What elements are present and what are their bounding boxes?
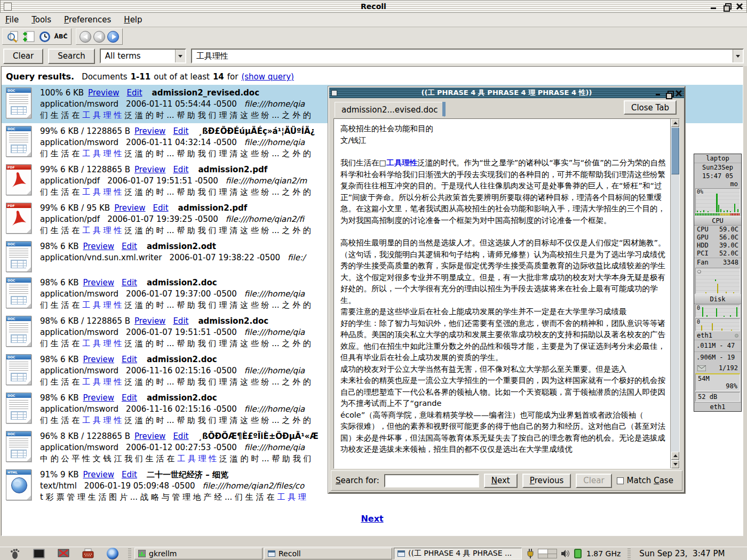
gkrellm-date: Sun23Sep [694, 163, 741, 172]
match-case-label: Match Case [627, 476, 673, 485]
result-line1: 99% 6 KB / 1228865 BPreviewEdit¸ßÐ£ÕÐÉúµ… [40, 126, 315, 137]
advanced-search-icon[interactable] [6, 30, 20, 44]
volume-meter[interactable]: 52 dB [695, 392, 740, 402]
result-details: 98% 6 KBPreviewEditadmission2.odtapplica… [40, 240, 305, 273]
edit-link[interactable]: Edit [173, 316, 188, 326]
edit-link[interactable]: Edit [122, 278, 137, 287]
edit-link[interactable]: Edit [122, 355, 137, 364]
preview-tab[interactable]: admission2...evised.doc [335, 102, 444, 117]
menu-help[interactable]: Help [124, 15, 142, 25]
panel-handle[interactable] [128, 548, 131, 559]
preview-link[interactable]: Preview [83, 355, 114, 364]
disk-write-chart[interactable]: 0 [695, 318, 740, 331]
main-titlebar[interactable]: Recoll [0, 0, 747, 13]
firefox-icon[interactable] [106, 548, 119, 560]
minimize-icon[interactable] [710, 3, 718, 10]
chevron-down-icon[interactable] [175, 50, 185, 62]
edit-link[interactable]: Edit [122, 393, 137, 403]
preview-text[interactable]: 高校招生的社会功能和目的 文/钱江我们生活在□工具理性泛滥的时代。作为“世之显学… [340, 123, 666, 466]
scroll-up-icon[interactable] [671, 452, 679, 460]
result-filename: 二十一世纪经济 – 细览 [147, 470, 228, 479]
preview-link[interactable]: Preview [134, 316, 165, 326]
clear-button[interactable]: Clear [3, 49, 43, 64]
search-input[interactable]: 工具理性 [191, 49, 744, 63]
preview-document-area: 高校招生的社会功能和目的 文/钱江我们生活在□工具理性泛滥的时代。作为“世之显学… [333, 118, 680, 469]
scroll-down-icon[interactable] [671, 460, 679, 468]
term-explorer-icon[interactable]: ÅBĈ [54, 30, 68, 44]
match-case-checkbox[interactable] [617, 477, 624, 484]
find-previous-button[interactable]: Previous [522, 474, 571, 488]
close-icon[interactable] [676, 90, 682, 97]
preview-titlebar[interactable]: ((工 PHRASE 4 具 PHRASE 4 理 PHRASE 4 性)) [329, 87, 684, 98]
power-plug-icon[interactable] [527, 548, 534, 559]
preview-link[interactable]: Preview [114, 203, 145, 213]
next-page-icon[interactable] [107, 31, 119, 43]
next-results-link[interactable]: Next [361, 514, 383, 524]
menu-file[interactable]: File [5, 15, 19, 25]
scrollbar[interactable] [670, 119, 679, 468]
task-recoll[interactable]: Recoll [264, 548, 392, 559]
find-input[interactable] [384, 474, 479, 487]
result-date: 2006-01-07 19:39:25 -0500 [107, 214, 218, 224]
preview-link[interactable]: Preview [83, 278, 114, 287]
disk-read-chart[interactable]: 0 [695, 305, 740, 317]
close-icon[interactable] [736, 3, 743, 10]
gkrellm-hostname: laptop [694, 154, 741, 163]
snippet-segment: 中 的 公 平 性 文 钱 江 我 们 生 活 在 [40, 454, 177, 463]
workspace-switcher[interactable] [538, 549, 557, 558]
task-gkrellm[interactable]: gkrellm [134, 548, 263, 559]
find-next-button[interactable]: Next [484, 474, 518, 488]
edit-link[interactable]: Edit [173, 165, 188, 174]
cpu-freq-icon[interactable] [574, 549, 582, 558]
preview-link[interactable]: Preview [134, 431, 165, 441]
edit-link[interactable]: Edit [126, 88, 142, 98]
menu-tools[interactable]: Tools [31, 15, 51, 25]
preview-link[interactable]: Preview [83, 470, 114, 479]
edit-link[interactable]: Edit [122, 242, 137, 251]
sort-parameters-icon[interactable] [22, 30, 36, 44]
history-icon[interactable] [38, 30, 52, 44]
maximize-icon[interactable] [665, 90, 672, 97]
preview-link[interactable]: Preview [134, 126, 165, 136]
show-query-link[interactable]: (show query) [241, 72, 294, 82]
result-line2: application/msword2006-11-16 02:15:16 -0… [40, 365, 311, 377]
edit-link[interactable]: Edit [153, 203, 169, 213]
speaker-icon[interactable] [561, 549, 570, 558]
preview-paragraph: 高校招生最明显的目的当然是选拔人才。但这选拔人才的目标却不仅仅是人们假定“因材施… [340, 237, 666, 306]
find-clear-button[interactable]: Clear [576, 474, 611, 488]
menu-preferences[interactable]: Preferences [64, 15, 111, 25]
result-mimetype: application/msword [40, 366, 118, 375]
memory-meter[interactable]: 54M 98% [695, 373, 740, 391]
typewriter-icon[interactable] [82, 548, 94, 560]
preview-link[interactable]: Preview [88, 88, 119, 98]
preview-link[interactable]: Preview [83, 393, 114, 403]
search-button[interactable]: Search [48, 49, 95, 64]
maximize-icon[interactable] [723, 3, 730, 10]
task-preview-phrase[interactable]: ((工 PHRASE 4 具 PHRASE ... [394, 548, 522, 559]
result-filename: admission2.doc [147, 355, 217, 364]
cpu-load-chart[interactable]: 0% [695, 188, 740, 213]
first-page-icon[interactable] [80, 31, 91, 43]
preview-link[interactable]: Preview [83, 242, 114, 251]
edit-link[interactable]: Edit [173, 431, 188, 441]
preview-link[interactable]: Preview [134, 165, 165, 174]
fan-chart[interactable] [695, 268, 740, 294]
taskbar-clock[interactable]: Sun Sep 23, 3:47 PM [639, 549, 725, 558]
prev-page-icon[interactable] [93, 31, 105, 43]
temperature-list: CPU59.0CGPU56.0CHDD39.0CPCI52.0C [694, 226, 741, 258]
panel-handle[interactable] [627, 548, 631, 559]
display-off-icon[interactable] [57, 548, 70, 560]
match-case-option[interactable]: Match Case [617, 476, 673, 485]
gkrellm-icon [138, 550, 146, 557]
minimize-icon[interactable] [655, 90, 662, 97]
gnome-menu-icon[interactable] [8, 548, 21, 560]
search-mode-select[interactable]: All terms [100, 49, 186, 63]
close-tab-button[interactable]: Close Tab [624, 100, 677, 115]
scrollbar-thumb[interactable] [671, 127, 679, 174]
edit-link[interactable]: Edit [173, 126, 188, 136]
scroll-up-icon[interactable] [671, 119, 679, 127]
snippet-segment: 们 生 活 在 [40, 187, 82, 197]
chevron-down-icon[interactable] [733, 50, 743, 62]
terminal-icon[interactable] [33, 548, 45, 560]
edit-link[interactable]: Edit [122, 470, 137, 479]
